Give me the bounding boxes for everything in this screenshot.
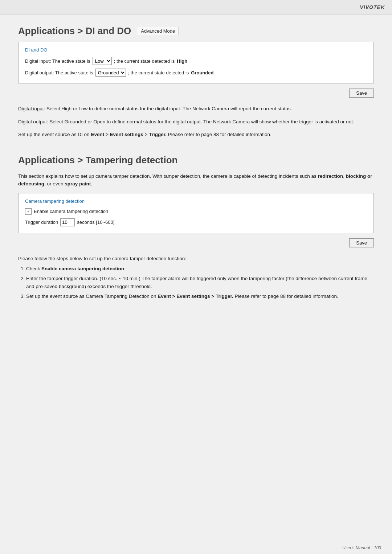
save-row-1: Save <box>18 89 374 98</box>
digital-output-select[interactable]: Grounded Open <box>95 69 126 77</box>
desc-digital-output: Digital output: Select Grounded or Open … <box>18 118 374 126</box>
footer-bar: User's Manual - 103 <box>0 541 392 554</box>
desc1-text: : Select High or Low to define normal st… <box>44 106 292 111</box>
enable-checkbox-row: ✓ Enable camera tampering detection <box>25 208 367 215</box>
steps-intro: Please follow the steps below to set up … <box>18 255 374 263</box>
desc-digital-input: Digital input: Select High or Low to def… <box>18 105 374 113</box>
trigger-suffix: seconds [10~600] <box>77 219 114 225</box>
advanced-mode-button[interactable]: Advanced Mode <box>137 27 179 35</box>
desc3-bold: Event > Event settings > Trigger. <box>91 132 167 137</box>
save-button-2[interactable]: Save <box>349 238 374 247</box>
digital-input-row: Digital input: The active state is Low H… <box>25 57 367 65</box>
step1-post: . <box>124 266 126 271</box>
intro-text1: This section explains how to set up came… <box>18 173 318 179</box>
section1-title: Applications > DI and DO <box>18 25 131 37</box>
tampering-panel: Camera tampering detection ✓ Enable came… <box>18 193 374 233</box>
step1-pre: Check <box>26 266 41 271</box>
step3-pre: Set up the event source as Camera Tamper… <box>26 294 158 299</box>
desc-event-source: Set up the event source as DI on Event >… <box>18 131 374 139</box>
intro-text2: , <box>343 173 346 179</box>
trigger-label: Trigger duration <box>25 219 58 225</box>
footer-text: User's Manual - 103 <box>342 545 381 550</box>
enable-checkbox[interactable]: ✓ <box>25 208 32 215</box>
step-1: Check Enable camera tampering detection. <box>26 265 374 273</box>
step-3: Set up the event source as Camera Tamper… <box>26 292 374 301</box>
header-bar: VIVOTEK <box>0 0 392 15</box>
digital-input-select[interactable]: Low High <box>93 57 112 65</box>
desc1-underline: Digital input <box>18 106 44 111</box>
tampering-legend: Camera tampering detection <box>25 198 367 204</box>
di-do-legend: DI and DO <box>25 47 367 53</box>
digital-output-detected-value: Grounded <box>191 70 213 75</box>
intro-bold1: redirection <box>318 173 343 179</box>
desc3-text: Set up the event source as DI on <box>18 132 91 137</box>
main-content: Applications > DI and DO Advanced Mode D… <box>0 15 392 317</box>
step2-text: Enter the tamper trigger duration. (10 s… <box>26 276 367 290</box>
save-row-2: Save <box>18 238 374 247</box>
digital-output-row: Digital output: The active state is Grou… <box>25 69 367 77</box>
trigger-input[interactable] <box>60 218 75 226</box>
step-2: Enter the tamper trigger duration. (10 s… <box>26 275 374 291</box>
digital-output-prefix: Digital output: The active state is <box>25 70 93 75</box>
section1-header: Applications > DI and DO Advanced Mode <box>18 25 374 37</box>
desc2-text: : Select Grounded or Open to define norm… <box>47 119 354 124</box>
brand-name: VIVOTEK <box>360 4 385 10</box>
digital-output-suffix-pre: ; the current state detected is <box>128 70 189 75</box>
desc3-suffix: Please refer to page 88 for detailed inf… <box>167 132 271 137</box>
page-wrapper: VIVOTEK Applications > DI and DO Advance… <box>0 0 392 554</box>
di-do-panel: DI and DO Digital input: The active stat… <box>18 42 374 83</box>
tampering-intro: This section explains how to set up came… <box>18 172 374 188</box>
digital-input-prefix: Digital input: The active state is <box>25 58 90 64</box>
section2-title: Applications > Tampering detection <box>18 155 374 166</box>
desc2-underline: Digital output <box>18 119 47 124</box>
intro-text4: . <box>91 181 92 186</box>
trigger-duration-row: Trigger duration seconds [10~600] <box>25 218 367 226</box>
step3-post: Please refer to page 88 for detailed inf… <box>233 294 338 299</box>
intro-text3: , or even <box>44 181 65 186</box>
digital-input-detected-value: High <box>177 58 187 64</box>
digital-input-suffix-pre: ; the current state detected is <box>114 58 175 64</box>
enable-checkbox-label: Enable camera tampering detection <box>34 209 108 214</box>
intro-bold3: spray paint <box>65 181 91 186</box>
section-divider <box>18 144 374 155</box>
step1-bold: Enable camera tampering detection <box>41 266 124 271</box>
step3-bold: Event > Event settings > Trigger. <box>158 294 233 299</box>
steps-list: Check Enable camera tampering detection.… <box>18 265 374 301</box>
save-button-1[interactable]: Save <box>349 89 374 98</box>
